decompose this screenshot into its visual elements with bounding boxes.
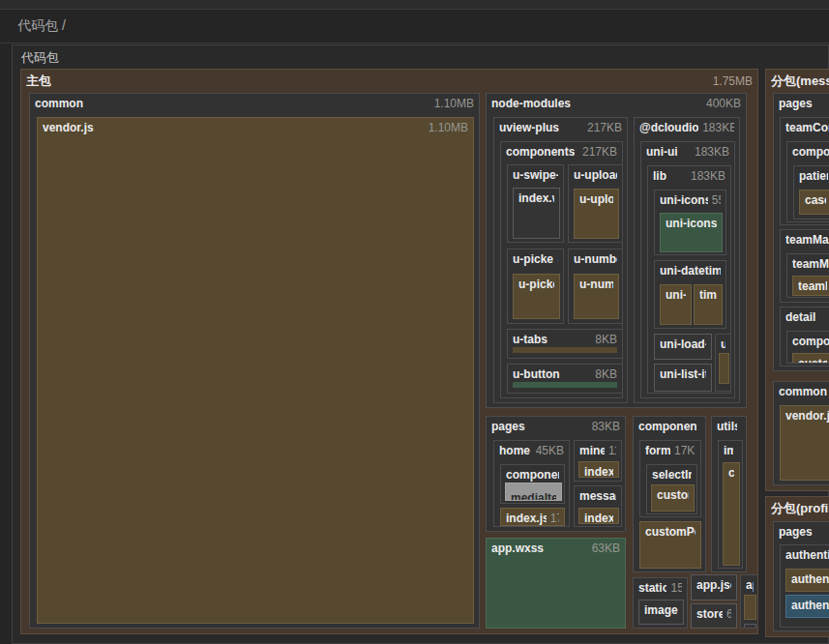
app-json[interactable]: app.json [691,574,737,600]
app-js[interactable]: app.js [740,574,758,629]
custom-pos[interactable]: customPos [639,521,701,569]
u-number-label: u-number [574,252,617,266]
im[interactable]: im20KBcall [718,440,743,569]
pages-size: 83KB [592,420,620,433]
uni-load-more[interactable]: uni-load-m [654,334,712,360]
breadcrumb[interactable]: 代码包 / [17,17,66,35]
app-js-tiny[interactable] [744,624,756,629]
detail-custom[interactable]: custom [792,353,829,364]
vendor-js[interactable]: vendor.js1.10MB [37,117,474,624]
pkg-main[interactable]: 主包1.75MBcommon1.10MBvendor.js1.10MBnode-… [20,69,758,634]
uview-components-label: components [506,145,575,159]
pkg-message[interactable]: 分包(message)pagesteamConscomponentspatien… [765,69,829,491]
images[interactable]: images [638,600,684,625]
message-header: message [575,486,621,505]
uni-icons[interactable]: uni-icons55KBuni-icons.w [654,190,726,255]
authentication-inner-1-label: authenti [791,572,829,586]
common-label: common [35,97,83,110]
tc-components[interactable]: componentspatientIcaseH [786,141,829,222]
message-label: message [579,489,616,503]
u-swipe-index-wx[interactable]: index.wx [513,188,560,239]
call[interactable]: call [723,462,740,566]
static[interactable]: static15KBimages [633,577,688,629]
mine-index-js[interactable]: index.js [578,461,619,478]
profile-pages[interactable]: pagesauthenticaauthentiauthenti [773,521,829,631]
team-consultation[interactable]: teamConscomponentspatientIcaseH [780,117,829,225]
uni-ui-header: uni-ui183KB [641,142,734,161]
message-index-js[interactable]: index.js [578,508,619,524]
team-member[interactable]: teamMemteamM [786,253,829,298]
authentication-inner-2-header: authenti [786,596,829,614]
app-js-fill[interactable] [744,595,756,620]
media-item[interactable]: mediaItem [505,483,562,501]
custom[interactable]: custom [651,484,695,512]
u-swipe-index-wx-header: index.wx [514,189,559,207]
uni-icons-header: uni-icons55KB [655,190,725,209]
common[interactable]: common1.10MBvendor.js1.10MB [29,93,480,629]
authentication-inner-2[interactable]: authenti [785,595,829,618]
app-wxss[interactable]: app.wxss63KB [486,538,626,629]
home-index-js-label: index.js [506,512,547,525]
u-upload-inner[interactable]: u-upload [574,189,619,239]
select-info[interactable]: selectInfocustom [646,464,697,514]
uni-list-item[interactable]: uni-list-ite [654,364,712,392]
node-modules-label: node-modules [491,97,571,110]
uview-components[interactable]: components217KBu-swipe-actionindex.wxu-u… [500,141,623,398]
u-button[interactable]: u-button8KB [507,364,623,394]
pages-label: pages [491,420,525,433]
detail-components[interactable]: componentscustom [786,331,829,364]
u-number[interactable]: u-numberu-number [568,249,623,324]
uview-plus[interactable]: uview-plus217KBcomponents217KBu-swipe-ac… [493,117,628,403]
pkg-message-header: 分包(message) [766,70,829,92]
u-number-inner[interactable]: u-number [574,274,619,319]
utils[interactable]: utils37KBim20KBcall [711,416,747,572]
mine-index-js-label: index.js [584,465,613,478]
uni-misc[interactable]: uni-u [715,334,731,392]
lib[interactable]: lib183KBuni-icons55KBuni-icons.wuni-date… [647,165,731,394]
u-upload[interactable]: u-uploadu-upload [568,164,623,243]
home[interactable]: home45KBcomponentsmediaItemindex.js17KB [493,440,570,527]
detail[interactable]: detailcomponentscustom [780,307,829,366]
msg-vendor-js[interactable]: vendor.js [780,405,829,481]
u-tabs[interactable]: u-tabs8KB [507,329,623,359]
home-index-js[interactable]: index.js17KB [500,508,565,526]
form[interactable]: form17KBselectInfocustom [639,440,701,517]
vendor-js-size: 1.10MB [429,121,468,134]
authentication-inner-1[interactable]: authenti [785,569,829,592]
node-modules[interactable]: node-modules400KBuview-plus217KBcomponen… [486,93,747,408]
pkg-message-label: 分包(message) [771,73,829,90]
store-size: 6KB [726,607,731,621]
pkg-profile[interactable]: 分包(profile)pagesauthenticaauthentiauthen… [765,496,829,637]
components-main[interactable]: components5form17KBselectInfocustomcusto… [633,416,706,572]
patient-info[interactable]: patientIcaseH [793,165,829,220]
msg-common[interactable]: commonvendor.js [773,381,829,485]
u-picker-inner[interactable]: u-picker [513,274,560,319]
u-swipe-action[interactable]: u-swipe-actionindex.wx [507,164,564,243]
page-title: 代码包 [21,49,59,67]
app-json-header: app.json [692,575,736,594]
message[interactable]: messageindex.js [574,485,622,527]
common-header: common1.10MB [30,94,479,112]
uni-list-item-label: uni-list-ite [660,367,706,381]
dcloudio[interactable]: @dcloudio183KBuni-ui183KBlib183KBuni-ico… [634,117,740,403]
uni-icons-size: 55KB [712,193,721,207]
pages[interactable]: pages83KBhome45KBcomponentsmediaIteminde… [486,416,626,532]
uni-misc-inner[interactable]: u [719,353,729,384]
u-button-label: u-button [513,367,560,381]
uni-ui[interactable]: uni-ui183KBlib183KBuni-icons55KBuni-icon… [640,141,735,398]
u-picker[interactable]: u-picker8KBu-picker [507,249,564,324]
uni-icons-wxss[interactable]: uni-icons.w [660,213,723,252]
team-member-inner[interactable]: teamM [792,276,829,296]
team-manage[interactable]: teamManateamMemteamM [780,229,829,303]
team-consultation-header: teamCons [781,118,829,136]
uni-datetime-picker[interactable]: uni-datetime-puni-datime- [654,260,726,329]
mine[interactable]: mine11KBindex.js [574,440,622,482]
uni-datetime-inner[interactable]: uni-da [660,284,692,325]
home-components[interactable]: componentsmediaItem [500,464,565,504]
uni-datetime-picker-header: uni-datetime-p [655,261,725,279]
authentication[interactable]: authenticaauthentiauthenti [780,544,829,628]
case-history[interactable]: caseH [799,190,829,215]
msg-pages[interactable]: pagesteamConscomponentspatientIcaseHteam… [773,93,829,371]
store[interactable]: store6KB [691,603,737,629]
time-picker[interactable]: time- [694,284,723,325]
